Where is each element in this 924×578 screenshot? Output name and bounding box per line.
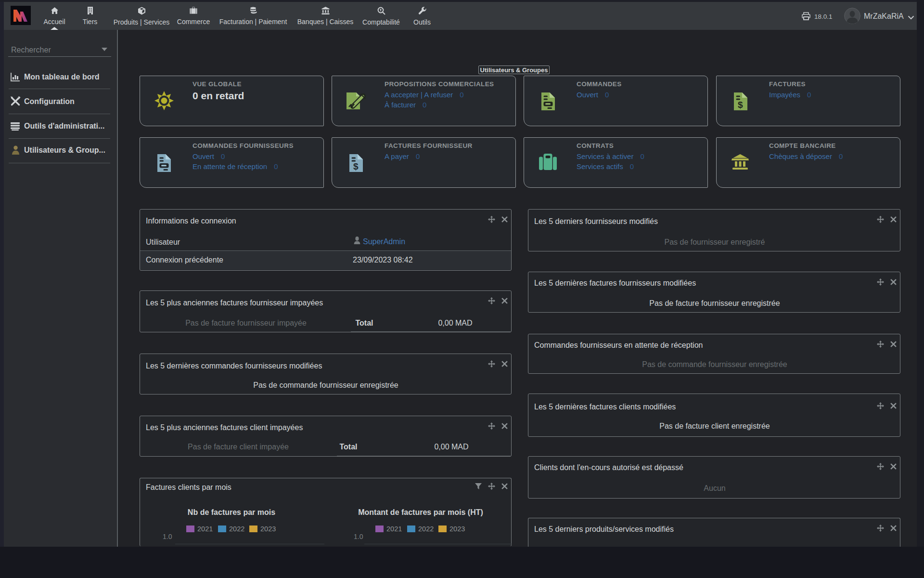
svg-text:$: $ [353, 161, 359, 171]
svg-text:$: $ [738, 100, 743, 110]
